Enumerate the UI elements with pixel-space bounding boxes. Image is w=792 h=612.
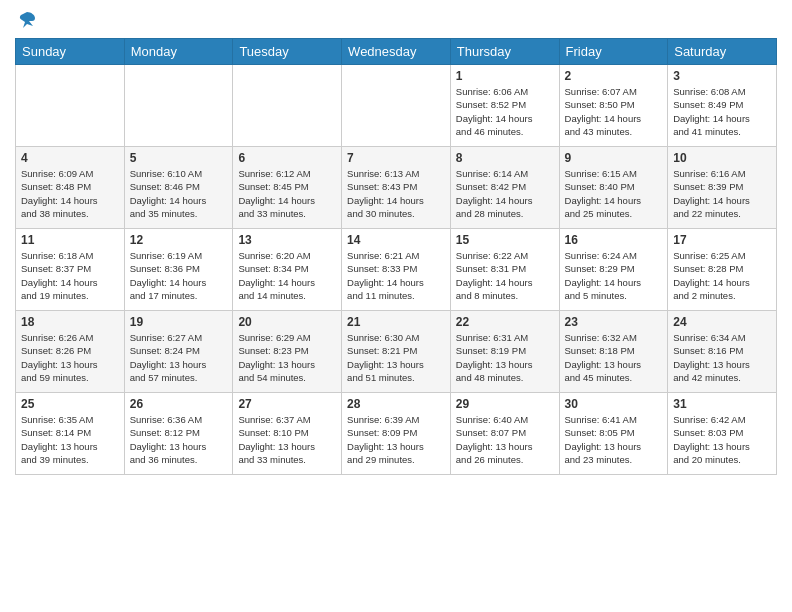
calendar-cell: 25Sunrise: 6:35 AM Sunset: 8:14 PM Dayli… [16,393,125,475]
day-info: Sunrise: 6:13 AM Sunset: 8:43 PM Dayligh… [347,167,445,220]
calendar-day-header: Saturday [668,39,777,65]
day-number: 21 [347,315,445,329]
calendar-cell: 14Sunrise: 6:21 AM Sunset: 8:33 PM Dayli… [342,229,451,311]
day-info: Sunrise: 6:19 AM Sunset: 8:36 PM Dayligh… [130,249,228,302]
calendar-cell [342,65,451,147]
calendar-cell: 17Sunrise: 6:25 AM Sunset: 8:28 PM Dayli… [668,229,777,311]
day-info: Sunrise: 6:39 AM Sunset: 8:09 PM Dayligh… [347,413,445,466]
day-info: Sunrise: 6:22 AM Sunset: 8:31 PM Dayligh… [456,249,554,302]
day-info: Sunrise: 6:16 AM Sunset: 8:39 PM Dayligh… [673,167,771,220]
day-info: Sunrise: 6:29 AM Sunset: 8:23 PM Dayligh… [238,331,336,384]
day-number: 4 [21,151,119,165]
day-number: 2 [565,69,663,83]
header [15,10,777,30]
day-number: 6 [238,151,336,165]
day-number: 10 [673,151,771,165]
day-info: Sunrise: 6:26 AM Sunset: 8:26 PM Dayligh… [21,331,119,384]
day-number: 7 [347,151,445,165]
day-info: Sunrise: 6:07 AM Sunset: 8:50 PM Dayligh… [565,85,663,138]
calendar-cell: 15Sunrise: 6:22 AM Sunset: 8:31 PM Dayli… [450,229,559,311]
day-number: 11 [21,233,119,247]
day-info: Sunrise: 6:09 AM Sunset: 8:48 PM Dayligh… [21,167,119,220]
day-info: Sunrise: 6:32 AM Sunset: 8:18 PM Dayligh… [565,331,663,384]
day-info: Sunrise: 6:06 AM Sunset: 8:52 PM Dayligh… [456,85,554,138]
calendar-cell: 3Sunrise: 6:08 AM Sunset: 8:49 PM Daylig… [668,65,777,147]
day-info: Sunrise: 6:24 AM Sunset: 8:29 PM Dayligh… [565,249,663,302]
calendar-cell [16,65,125,147]
calendar-day-header: Sunday [16,39,125,65]
day-info: Sunrise: 6:31 AM Sunset: 8:19 PM Dayligh… [456,331,554,384]
day-number: 29 [456,397,554,411]
calendar-cell: 4Sunrise: 6:09 AM Sunset: 8:48 PM Daylig… [16,147,125,229]
calendar-cell: 12Sunrise: 6:19 AM Sunset: 8:36 PM Dayli… [124,229,233,311]
calendar-table: SundayMondayTuesdayWednesdayThursdayFrid… [15,38,777,475]
calendar-cell: 26Sunrise: 6:36 AM Sunset: 8:12 PM Dayli… [124,393,233,475]
calendar-week-row: 18Sunrise: 6:26 AM Sunset: 8:26 PM Dayli… [16,311,777,393]
calendar-week-row: 11Sunrise: 6:18 AM Sunset: 8:37 PM Dayli… [16,229,777,311]
page: SundayMondayTuesdayWednesdayThursdayFrid… [0,0,792,485]
calendar-cell: 1Sunrise: 6:06 AM Sunset: 8:52 PM Daylig… [450,65,559,147]
calendar-cell [233,65,342,147]
day-info: Sunrise: 6:34 AM Sunset: 8:16 PM Dayligh… [673,331,771,384]
day-info: Sunrise: 6:35 AM Sunset: 8:14 PM Dayligh… [21,413,119,466]
calendar-cell: 22Sunrise: 6:31 AM Sunset: 8:19 PM Dayli… [450,311,559,393]
day-number: 5 [130,151,228,165]
calendar-week-row: 4Sunrise: 6:09 AM Sunset: 8:48 PM Daylig… [16,147,777,229]
day-number: 12 [130,233,228,247]
day-number: 27 [238,397,336,411]
day-info: Sunrise: 6:18 AM Sunset: 8:37 PM Dayligh… [21,249,119,302]
day-number: 1 [456,69,554,83]
day-info: Sunrise: 6:20 AM Sunset: 8:34 PM Dayligh… [238,249,336,302]
day-number: 16 [565,233,663,247]
calendar-cell: 7Sunrise: 6:13 AM Sunset: 8:43 PM Daylig… [342,147,451,229]
day-number: 30 [565,397,663,411]
logo-text [15,10,37,30]
calendar-day-header: Thursday [450,39,559,65]
day-number: 24 [673,315,771,329]
day-info: Sunrise: 6:25 AM Sunset: 8:28 PM Dayligh… [673,249,771,302]
calendar-cell: 31Sunrise: 6:42 AM Sunset: 8:03 PM Dayli… [668,393,777,475]
calendar-cell: 16Sunrise: 6:24 AM Sunset: 8:29 PM Dayli… [559,229,668,311]
calendar-cell: 19Sunrise: 6:27 AM Sunset: 8:24 PM Dayli… [124,311,233,393]
calendar-cell: 13Sunrise: 6:20 AM Sunset: 8:34 PM Dayli… [233,229,342,311]
logo-bird-icon [17,10,37,30]
calendar-cell: 11Sunrise: 6:18 AM Sunset: 8:37 PM Dayli… [16,229,125,311]
calendar-cell: 8Sunrise: 6:14 AM Sunset: 8:42 PM Daylig… [450,147,559,229]
calendar-day-header: Wednesday [342,39,451,65]
day-info: Sunrise: 6:41 AM Sunset: 8:05 PM Dayligh… [565,413,663,466]
calendar-cell: 20Sunrise: 6:29 AM Sunset: 8:23 PM Dayli… [233,311,342,393]
day-info: Sunrise: 6:14 AM Sunset: 8:42 PM Dayligh… [456,167,554,220]
calendar-cell: 18Sunrise: 6:26 AM Sunset: 8:26 PM Dayli… [16,311,125,393]
calendar-cell: 27Sunrise: 6:37 AM Sunset: 8:10 PM Dayli… [233,393,342,475]
day-number: 20 [238,315,336,329]
day-number: 28 [347,397,445,411]
day-number: 23 [565,315,663,329]
day-info: Sunrise: 6:40 AM Sunset: 8:07 PM Dayligh… [456,413,554,466]
logo [15,10,37,30]
calendar-cell: 10Sunrise: 6:16 AM Sunset: 8:39 PM Dayli… [668,147,777,229]
day-info: Sunrise: 6:08 AM Sunset: 8:49 PM Dayligh… [673,85,771,138]
day-info: Sunrise: 6:30 AM Sunset: 8:21 PM Dayligh… [347,331,445,384]
calendar-cell: 5Sunrise: 6:10 AM Sunset: 8:46 PM Daylig… [124,147,233,229]
calendar-cell: 29Sunrise: 6:40 AM Sunset: 8:07 PM Dayli… [450,393,559,475]
day-info: Sunrise: 6:27 AM Sunset: 8:24 PM Dayligh… [130,331,228,384]
calendar-week-row: 25Sunrise: 6:35 AM Sunset: 8:14 PM Dayli… [16,393,777,475]
day-number: 13 [238,233,336,247]
calendar-cell: 2Sunrise: 6:07 AM Sunset: 8:50 PM Daylig… [559,65,668,147]
day-number: 22 [456,315,554,329]
calendar-cell: 28Sunrise: 6:39 AM Sunset: 8:09 PM Dayli… [342,393,451,475]
day-number: 31 [673,397,771,411]
calendar-day-header: Monday [124,39,233,65]
day-number: 14 [347,233,445,247]
day-info: Sunrise: 6:10 AM Sunset: 8:46 PM Dayligh… [130,167,228,220]
calendar-cell: 30Sunrise: 6:41 AM Sunset: 8:05 PM Dayli… [559,393,668,475]
day-number: 19 [130,315,228,329]
day-number: 9 [565,151,663,165]
day-number: 8 [456,151,554,165]
day-number: 15 [456,233,554,247]
calendar-week-row: 1Sunrise: 6:06 AM Sunset: 8:52 PM Daylig… [16,65,777,147]
calendar-header-row: SundayMondayTuesdayWednesdayThursdayFrid… [16,39,777,65]
day-number: 25 [21,397,119,411]
calendar-day-header: Friday [559,39,668,65]
day-info: Sunrise: 6:37 AM Sunset: 8:10 PM Dayligh… [238,413,336,466]
